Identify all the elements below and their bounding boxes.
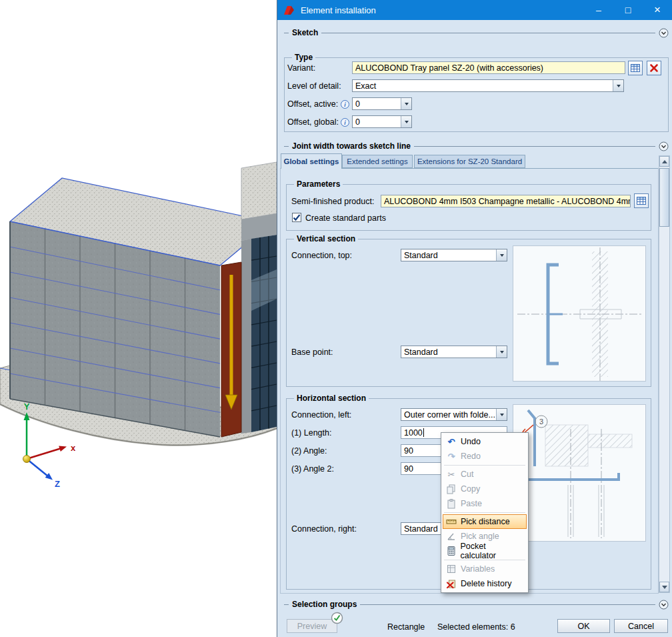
- group-title-horizontal-section: Horizontal section: [294, 394, 369, 403]
- axis-z-label: Z: [55, 479, 60, 489]
- offset-global-info-icon[interactable]: i: [341, 118, 349, 127]
- base-point-dropdown[interactable]: Standard: [401, 346, 507, 358]
- angle2-label: (3) Angle 2:: [291, 464, 334, 474]
- semi-finished-catalog-button[interactable]: [634, 193, 649, 208]
- menu-item-redo: ↷ Redo: [443, 449, 527, 464]
- undo-icon: ↶: [445, 436, 457, 447]
- dropdown-arrow-icon: [496, 346, 507, 358]
- collapse-selection-groups-chevron-icon[interactable]: [659, 600, 669, 610]
- scroll-down-icon[interactable]: [659, 582, 669, 592]
- offset-active-info-icon[interactable]: i: [341, 100, 349, 109]
- app-screen: Y x Z Element installation – □ ×: [0, 0, 672, 637]
- tab-global-settings[interactable]: Global settings: [281, 153, 342, 169]
- ruler-icon: [445, 516, 457, 527]
- axis-y-label: Y: [24, 402, 30, 412]
- section-title-selection-groups: Selection groups: [292, 600, 357, 609]
- offset-global-dropdown[interactable]: 0: [352, 115, 412, 128]
- text-caret: [423, 428, 424, 437]
- redo-icon: ↷: [445, 451, 457, 462]
- calculator-icon: [445, 546, 457, 556]
- paste-icon: [445, 498, 457, 509]
- dropdown-arrow-icon: [496, 249, 507, 261]
- offset-global-label: Offset, global:: [287, 117, 339, 127]
- variant-catalog-button[interactable]: [628, 61, 643, 75]
- dialog-titlebar[interactable]: Element installation – □ ×: [277, 0, 672, 20]
- delete-history-icon: [445, 578, 457, 589]
- tab-extensions-sz20[interactable]: Extensions for SZ-20 Standard: [414, 155, 525, 168]
- menu-item-undo[interactable]: ↶ Undo: [443, 434, 527, 449]
- angle-icon: [445, 531, 457, 542]
- 3d-viewport[interactable]: Y x Z: [0, 0, 277, 637]
- copy-icon: [445, 484, 457, 494]
- angle-label: (2) Angle:: [291, 446, 327, 456]
- check-icon: [293, 213, 301, 221]
- collapse-sketch-chevron-icon[interactable]: [659, 28, 669, 38]
- element-installation-dialog: Element installation – □ × Sketch Type V…: [277, 0, 672, 637]
- axis-x-label: x: [71, 443, 76, 453]
- catalog-table-icon: [630, 63, 641, 73]
- delete-x-icon: [649, 63, 659, 73]
- semi-finished-product-label: Semi-finished product:: [291, 197, 374, 206]
- dropdown-arrow-icon: [401, 98, 411, 109]
- semi-finished-product-field[interactable]: ALUCOBOND 4mm I503 Champagne metallic - …: [381, 195, 631, 207]
- catalog-table-icon: [636, 195, 647, 206]
- variant-label: Variant:: [287, 63, 315, 73]
- connection-top-dropdown[interactable]: Standard: [401, 249, 507, 261]
- connection-left-label: Connection, left:: [291, 410, 351, 420]
- menu-item-variables: Variables: [443, 562, 527, 576]
- menu-item-cut: ✂ Cut: [443, 467, 527, 482]
- parameters-groupbox: [286, 184, 651, 231]
- group-title-type: Type: [292, 53, 315, 62]
- maximize-button[interactable]: □: [613, 0, 643, 20]
- create-standard-parts-label: Create standard parts: [305, 213, 386, 223]
- variant-field[interactable]: ALUCOBOND Tray panel SZ-20 (with accesso…: [352, 61, 625, 74]
- connection-left-dropdown[interactable]: Outer corner with folde...: [401, 408, 507, 421]
- connection-top-label: Connection, top:: [291, 251, 352, 260]
- base-point-label: Base point:: [291, 348, 333, 357]
- tab-extended-settings[interactable]: Extended settings: [342, 155, 413, 168]
- group-title-vertical-section: Vertical section: [294, 234, 358, 243]
- level-of-detail-dropdown[interactable]: Exact: [352, 79, 624, 92]
- horizontal-section-preview: 3 2: [513, 404, 646, 542]
- ok-button[interactable]: OK: [557, 619, 610, 633]
- menu-item-delete-history[interactable]: Delete history: [443, 576, 527, 591]
- vertical-section-preview: [513, 245, 646, 382]
- preview-button: Preview: [287, 619, 337, 633]
- variant-delete-button[interactable]: [647, 61, 661, 75]
- allplan-logo-icon[interactable]: [283, 5, 297, 15]
- menu-item-pocket-calculator[interactable]: Pocket calculator: [443, 544, 527, 558]
- section-title-sketch: Sketch: [292, 28, 318, 37]
- dialog-title: Element installation: [301, 5, 376, 15]
- context-menu: ↶ Undo ↷ Redo ✂ Cut Copy: [441, 432, 529, 593]
- group-title-parameters: Parameters: [294, 179, 343, 189]
- offset-active-dropdown[interactable]: 0: [352, 97, 412, 110]
- menu-item-paste: Paste: [443, 496, 527, 511]
- offset-active-label: Offset, active:: [287, 99, 338, 109]
- status-mode: Rectangle: [387, 622, 425, 632]
- connection-right-label: Connection, right:: [291, 524, 357, 534]
- menu-item-pick-distance[interactable]: Pick distance: [443, 514, 527, 529]
- preview-annotation-3: 3: [539, 418, 543, 426]
- building-model[interactable]: Y x Z: [0, 0, 277, 637]
- minimize-button[interactable]: –: [584, 0, 613, 20]
- section-title-joint-width: Joint width towards sketch line: [292, 141, 411, 151]
- create-standard-parts-checkbox[interactable]: [292, 213, 301, 222]
- length-label: (1) Length:: [291, 428, 331, 438]
- level-of-detail-label: Level of detail:: [287, 81, 341, 91]
- close-button[interactable]: ×: [643, 0, 672, 20]
- preview-check-badge-icon: [331, 612, 343, 626]
- menu-item-copy: Copy: [443, 482, 527, 496]
- scroll-up-icon[interactable]: [659, 156, 669, 167]
- scrollbar-thumb[interactable]: [659, 168, 669, 227]
- cancel-button[interactable]: Cancel: [614, 619, 668, 633]
- dropdown-arrow-icon: [613, 80, 623, 91]
- vertical-scrollbar[interactable]: [659, 155, 670, 593]
- dropdown-arrow-icon: [401, 116, 411, 127]
- dropdown-arrow-icon: [496, 409, 507, 420]
- variables-icon: [445, 564, 457, 574]
- status-selected-elements: Selected elements: 6: [437, 622, 515, 632]
- cut-icon: ✂: [445, 469, 457, 480]
- collapse-joint-width-chevron-icon[interactable]: [659, 141, 669, 151]
